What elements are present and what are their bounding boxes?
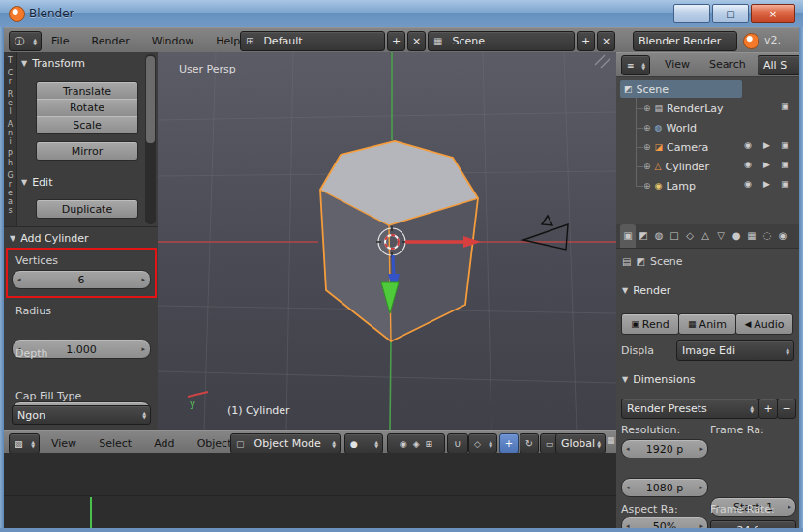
manipulator-rotate-button[interactable]: ↻ xyxy=(520,433,539,454)
menu-window[interactable]: Window xyxy=(143,30,202,53)
minimize-button[interactable]: – xyxy=(673,4,710,23)
visibility-eye-icon[interactable]: ◉ xyxy=(744,179,752,189)
orientation-selector[interactable]: Global ▲▼ xyxy=(555,433,606,454)
resolution-percentage-slider[interactable]: ◂ 50% ▸ xyxy=(621,517,708,528)
render-toggle-icon[interactable]: ▣ xyxy=(781,179,789,189)
resolution-x-slider[interactable]: ◂ 1920 p ▸ xyxy=(621,439,708,458)
render-image-button[interactable]: ▣ Rend xyxy=(621,313,679,335)
render-engine-selector[interactable]: Blender Render xyxy=(633,31,737,51)
maximize-button[interactable]: □ xyxy=(712,4,749,23)
selectable-arrow-icon[interactable]: ▶ xyxy=(763,160,770,169)
tab-physics[interactable]: Ph xyxy=(6,150,15,167)
outliner-row-camera[interactable]: ⊕ ◪ Camera ◉ ▶ ▣ xyxy=(620,137,795,157)
screen-layout-selector[interactable]: ⊞ Default xyxy=(240,31,385,51)
render-presets-dropdown[interactable]: Render Presets ▲▼ xyxy=(621,399,758,419)
operator-panel-header[interactable]: ▼ Add Cylinder xyxy=(10,232,89,245)
z-axis-handle[interactable] xyxy=(393,255,394,276)
outliner-row-world[interactable]: ⊕ ◍ World xyxy=(620,118,795,137)
tab-create[interactable]: Cr xyxy=(6,69,15,86)
area-corner-widget[interactable] xyxy=(595,55,610,68)
close-button[interactable]: × xyxy=(751,4,795,23)
current-frame-marker[interactable] xyxy=(90,497,92,528)
expander-icon[interactable]: ⊕ xyxy=(643,142,651,152)
delete-scene-button[interactable]: × xyxy=(597,31,615,51)
edit-panel-header[interactable]: ▼ Edit xyxy=(21,176,52,189)
render-toggle-icon[interactable]: ▣ xyxy=(781,140,789,150)
translate-button[interactable]: Translate xyxy=(36,81,138,101)
timeline-region[interactable] xyxy=(4,453,616,528)
pin-icon[interactable]: ▤ xyxy=(622,256,631,267)
selectable-arrow-icon[interactable]: ▶ xyxy=(763,140,770,150)
viewport-editor-selector[interactable]: ▧ ▲▼ xyxy=(9,433,40,454)
mode-selector[interactable]: ▢ Object Mode ▲▼ xyxy=(230,433,341,454)
cap-fill-type-dropdown[interactable]: Ngon ▲▼ xyxy=(12,405,151,425)
tab-relations[interactable]: Rel xyxy=(6,90,15,116)
expander-icon[interactable]: ⊕ xyxy=(643,123,651,133)
outliner-filter-selector[interactable]: All S xyxy=(758,55,799,75)
scrollbar-thumb[interactable] xyxy=(146,56,155,143)
transform-panel-header[interactable]: ▼ Transform xyxy=(21,57,85,70)
snap-element-selector[interactable]: ◇ ▲▼ xyxy=(468,433,497,454)
frame-rate-dropdown[interactable]: 24 fps xyxy=(710,520,796,528)
rotate-button[interactable]: Rotate xyxy=(36,99,138,117)
add-scene-button[interactable]: + xyxy=(577,31,595,51)
render-border-icon[interactable]: ▦ xyxy=(607,435,615,445)
snap-toggle-button[interactable]: ∪ xyxy=(447,433,468,454)
slider-increase-icon[interactable]: ▸ xyxy=(788,503,791,511)
display-mode-dropdown[interactable]: Image Edi ▲▼ xyxy=(676,340,794,361)
menu-file[interactable]: File xyxy=(43,30,77,53)
render-toggle-icon[interactable]: ▣ xyxy=(781,102,789,111)
outliner-row-renderlayers[interactable]: ⊕ ▤ RenderLay ▣ xyxy=(620,99,795,118)
expander-icon[interactable]: ⊕ xyxy=(643,162,651,171)
manipulator-translate-button[interactable]: + xyxy=(499,433,519,454)
slider-decrease-icon[interactable]: ◂ xyxy=(626,484,630,491)
tab-data-properties[interactable]: ▽ xyxy=(713,224,729,248)
outliner-menu-search[interactable]: Search xyxy=(705,53,750,75)
tool-shelf-scrollbar[interactable] xyxy=(145,54,156,224)
tab-tools[interactable]: T xyxy=(6,56,15,65)
mirror-button[interactable]: Mirror xyxy=(36,141,138,161)
scale-button[interactable]: Scale xyxy=(36,116,138,134)
camera-body[interactable] xyxy=(523,224,568,250)
slider-decrease-icon[interactable]: ◂ xyxy=(626,445,630,453)
render-panel-header[interactable]: ▼ Render xyxy=(622,284,670,297)
menu-render[interactable]: Render xyxy=(83,30,138,53)
shading-selector[interactable]: ● ▲▼ xyxy=(344,433,383,454)
tab-texture-properties[interactable]: ▦ xyxy=(744,224,759,248)
slider-increase-icon[interactable]: ▸ xyxy=(699,445,703,453)
camera-top[interactable] xyxy=(542,216,552,225)
tab-modifiers-properties[interactable]: △ xyxy=(698,224,713,248)
expander-icon[interactable]: ⊕ xyxy=(643,103,651,113)
viewport-menu-add[interactable]: Add xyxy=(145,433,183,455)
camera-object[interactable] xyxy=(523,216,568,250)
outliner-row-lamp[interactable]: ⊕ ◉ Lamp ◉ ▶ ▣ xyxy=(620,176,795,195)
slider-increase-icon[interactable]: ▸ xyxy=(699,484,703,491)
tab-particles-properties[interactable]: ◌ xyxy=(759,224,775,248)
render-audio-button[interactable]: ◀ Audio xyxy=(735,313,793,335)
tab-constraints-properties[interactable]: ◇ xyxy=(682,224,698,248)
selectable-arrow-icon[interactable]: ▶ xyxy=(763,179,770,189)
outliner-row-scene[interactable]: ◩ Scene xyxy=(620,79,795,99)
scene-selector[interactable]: ▦ Scene xyxy=(428,31,575,51)
tab-material-properties[interactable]: ● xyxy=(729,224,744,248)
viewport-3d[interactable]: User Persp y (1) Cylinder xyxy=(158,52,616,430)
add-preset-button[interactable]: + xyxy=(758,399,778,419)
outliner-row-cylinder[interactable]: ⊕ △ Cylinder ◉ ▶ ▣ xyxy=(620,157,795,176)
viewport-menu-view[interactable]: View xyxy=(43,433,85,455)
dimensions-panel-header[interactable]: ▼ Dimensions xyxy=(622,373,695,386)
window-titlebar[interactable]: Blender – □ × xyxy=(0,0,803,28)
viewport-menu-select[interactable]: Select xyxy=(90,433,140,455)
outliner-editor-selector[interactable]: ≡ ▲▼ xyxy=(621,55,650,75)
duplicate-button[interactable]: Duplicate xyxy=(36,199,138,219)
render-toggle-icon[interactable]: ▣ xyxy=(781,160,789,169)
editor-type-selector[interactable]: ⓘ ▲▼ xyxy=(9,31,42,51)
visibility-eye-icon[interactable]: ◉ xyxy=(744,160,752,169)
pivot-group[interactable]: ◉ ◈ ⊞ xyxy=(387,433,445,454)
tab-object-properties[interactable]: □ xyxy=(667,224,682,248)
add-layout-button[interactable]: + xyxy=(387,31,405,51)
tab-animation[interactable]: Ani xyxy=(6,120,15,146)
tab-world-properties[interactable]: ◍ xyxy=(651,224,667,248)
resolution-y-slider[interactable]: ◂ 1080 p ▸ xyxy=(621,478,708,497)
outliner-menu-view[interactable]: View xyxy=(661,53,694,75)
tab-render-properties[interactable]: ▣ xyxy=(620,224,636,248)
